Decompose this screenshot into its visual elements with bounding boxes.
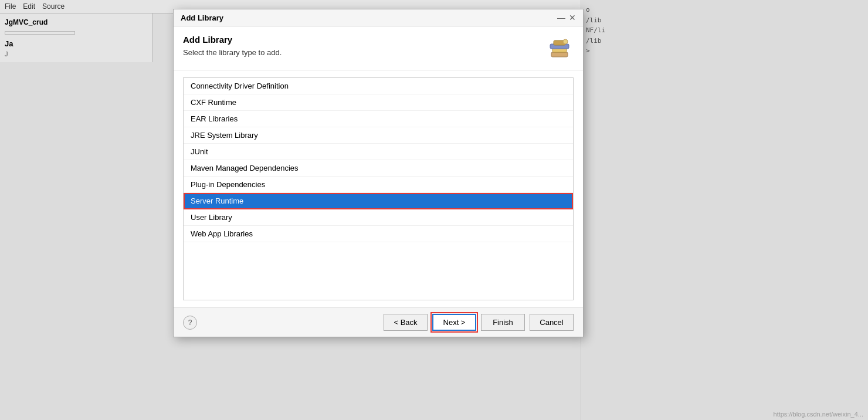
library-item-jre[interactable]: JRE System Library — [184, 127, 573, 144]
next-button[interactable]: Next > — [432, 314, 476, 331]
dialog-header-left: Add Library Select the library type to a… — [183, 35, 282, 57]
books-icon — [547, 36, 572, 62]
library-item-junit[interactable]: JUnit — [184, 144, 573, 160]
library-item-plugin[interactable]: Plug-in Dependencies — [184, 177, 573, 193]
dialog-subtitle: Select the library type to add. — [183, 48, 282, 57]
dialog-footer: ? < Back Next > Finish Cancel — [174, 307, 583, 337]
library-item-webapp[interactable]: Web App Libraries — [184, 226, 573, 242]
library-item-connectivity[interactable]: Connectivity Driver Definition — [184, 78, 573, 94]
svg-rect-0 — [551, 52, 568, 57]
library-list: Connectivity Driver DefinitionCXF Runtim… — [183, 77, 574, 300]
library-item-ear[interactable]: EAR Libraries — [184, 111, 573, 127]
help-button[interactable]: ? — [183, 316, 197, 330]
cancel-button[interactable]: Cancel — [530, 314, 574, 331]
dialog-header-icon — [545, 35, 574, 63]
add-library-dialog: Add Library — ✕ Add Library Select the l… — [173, 9, 584, 337]
dialog-titlebar: Add Library — ✕ — [174, 9, 583, 26]
dialog-title: Add Library — [181, 13, 223, 22]
library-item-cxf[interactable]: CXF Runtime — [184, 94, 573, 111]
dialog-main-title: Add Library — [183, 35, 282, 45]
footer-buttons: < Back Next > Finish Cancel — [384, 314, 574, 331]
library-item-maven[interactable]: Maven Managed Dependencies — [184, 160, 573, 177]
footer-left: ? — [183, 316, 197, 330]
finish-button[interactable]: Finish — [481, 314, 525, 331]
close-icon[interactable]: ✕ — [569, 13, 576, 22]
svg-point-4 — [563, 39, 568, 44]
watermark: https://blog.csdn.net/weixin_4... — [774, 411, 863, 418]
dialog-titlebar-controls: — ✕ — [557, 13, 576, 22]
library-item-server[interactable]: Server Runtime — [184, 193, 573, 209]
library-item-user[interactable]: User Library — [184, 209, 573, 226]
back-button[interactable]: < Back — [384, 314, 428, 331]
dialog-header: Add Library Select the library type to a… — [174, 26, 583, 70]
minimize-icon[interactable]: — — [557, 13, 565, 22]
